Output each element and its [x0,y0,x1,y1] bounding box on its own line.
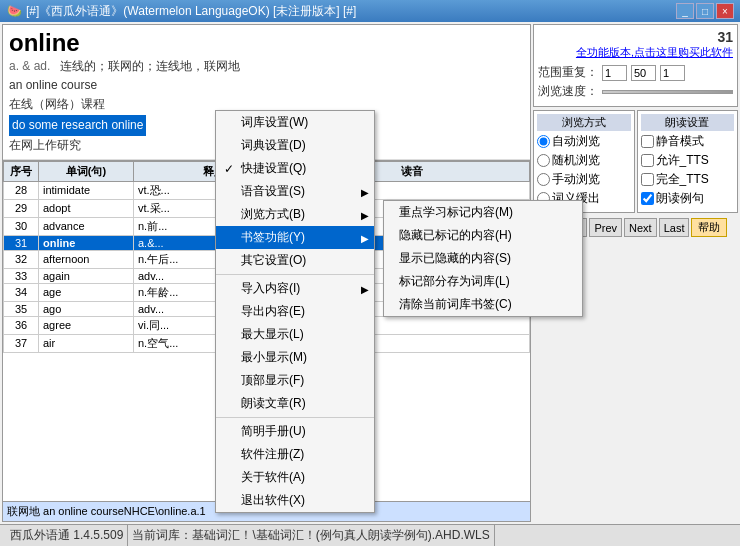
menu-import[interactable]: 导入内容(I) [216,277,374,300]
menu-exit[interactable]: 退出软件(X) [216,489,374,512]
menu-about[interactable]: 关于软件(A) [216,466,374,489]
menu-other-settings[interactable]: 其它设置(O) [216,249,374,272]
menu-word-lib[interactable]: 词库设置(W) [216,111,374,134]
menu-sep2 [216,417,374,418]
context-menu: 词库设置(W) 词典设置(D) 快捷设置(Q) 语音设置(S) 浏览方式(B) … [215,110,375,513]
menu-quick-manual[interactable]: 简明手册(U) [216,420,374,443]
menu-read-article[interactable]: 朗读文章(R) [216,392,374,415]
submenu-save-to-lib[interactable]: 标记部分存为词库(L) [384,270,582,293]
menu-shortcut-settings[interactable]: 快捷设置(Q) [216,157,374,180]
menu-dict-settings[interactable]: 词典设置(D) [216,134,374,157]
menu-browse-mode[interactable]: 浏览方式(B) [216,203,374,226]
menu-top-display[interactable]: 顶部显示(F) [216,369,374,392]
menu-max-display[interactable]: 最大显示(L) [216,323,374,346]
menu-export[interactable]: 导出内容(E) [216,300,374,323]
menu-voice-settings[interactable]: 语音设置(S) [216,180,374,203]
menu-min-display[interactable]: 最小显示(M) [216,346,374,369]
menu-overlay[interactable]: 词库设置(W) 词典设置(D) 快捷设置(Q) 语音设置(S) 浏览方式(B) … [0,0,740,546]
menu-bookmark[interactable]: 书签功能(Y) [216,226,374,249]
menu-register[interactable]: 软件注册(Z) [216,443,374,466]
submenu-hide-marked[interactable]: 隐藏已标记的内容(H) [384,224,582,247]
bookmark-submenu: 重点学习标记内容(M) 隐藏已标记的内容(H) 显示已隐藏的内容(S) 标记部分… [383,200,583,317]
submenu-clear-bookmark[interactable]: 清除当前词库书签(C) [384,293,582,316]
menu-sep1 [216,274,374,275]
submenu-show-hidden[interactable]: 显示已隐藏的内容(S) [384,247,582,270]
submenu-mark-key[interactable]: 重点学习标记内容(M) [384,201,582,224]
